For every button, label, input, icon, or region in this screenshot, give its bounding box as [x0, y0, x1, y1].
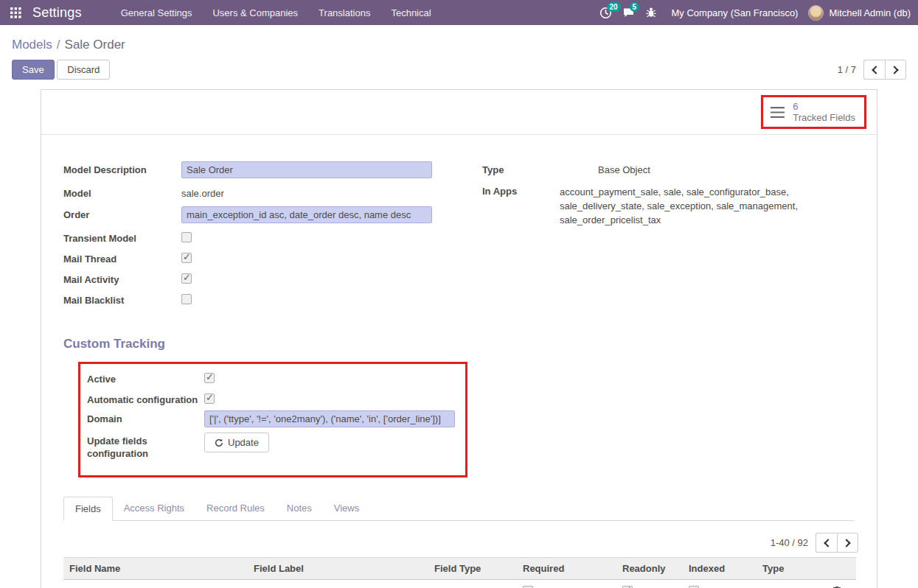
- transient-model-label: Transient Model: [63, 230, 181, 245]
- company-switcher[interactable]: My Company (San Francisco): [672, 7, 799, 18]
- table-header-row: Field Name Field Label Field Type Requir…: [63, 558, 856, 580]
- systray: 20 5 My Company (San Francisco) Mitchell…: [599, 5, 911, 21]
- record-pager-previous-button[interactable]: [863, 60, 885, 80]
- record-pager-value: 1 / 7: [838, 64, 856, 75]
- debug-button[interactable]: [645, 7, 657, 18]
- header-field-label[interactable]: Field Label: [248, 558, 428, 580]
- header-indexed[interactable]: Indexed: [683, 558, 757, 580]
- transient-model-checkbox[interactable]: [181, 232, 192, 242]
- header-field-name[interactable]: Field Name: [63, 558, 248, 580]
- header-required[interactable]: Required: [517, 558, 616, 580]
- activities-button[interactable]: 20: [599, 7, 612, 19]
- form-fields: Model Description Model sale.order Order…: [41, 135, 877, 313]
- user-menu[interactable]: Mitchell Admin (db): [808, 5, 911, 21]
- tracked-fields-button[interactable]: 6 Tracked Fields: [763, 97, 864, 127]
- main-menu: General Settings Users & Companies Trans…: [111, 1, 599, 24]
- tracked-fields-count: 6: [793, 101, 855, 112]
- record-pager-next-button[interactable]: [885, 60, 906, 80]
- model-description-label: Model Description: [63, 161, 181, 176]
- fields-table: Field Name Field Label Field Type Requir…: [63, 557, 856, 588]
- header-field-type[interactable]: Field Type: [428, 558, 517, 580]
- in-apps-value: account_payment_sale, sale, sale_configu…: [560, 183, 855, 227]
- header-actions: [827, 558, 856, 580]
- form-buttons: Save Discard: [12, 60, 110, 80]
- list-pager-next-button[interactable]: [837, 533, 858, 553]
- cell-field-label[interactable]: Last Modified on: [248, 580, 428, 588]
- record-pager: 1 / 7: [838, 60, 906, 80]
- refresh-icon: [215, 438, 223, 447]
- menu-translations[interactable]: Translations: [309, 1, 380, 24]
- type-label: Type: [482, 161, 598, 176]
- control-panel: Save Discard 1 / 7: [0, 57, 918, 80]
- form-right-column: Type Base Object In Apps account_payment…: [465, 161, 855, 313]
- grid-icon: [10, 7, 21, 18]
- messages-button[interactable]: 5: [622, 7, 635, 18]
- update-fields-configuration-label: Update fields configuration: [87, 433, 204, 460]
- activities-count-badge: 20: [607, 2, 621, 12]
- chevron-right-icon: [842, 539, 850, 547]
- header-type[interactable]: Type: [757, 558, 827, 580]
- form-sheet: 6 Tracked Fields Model Description Model…: [41, 89, 877, 588]
- list-icon: [769, 105, 786, 119]
- notebook-tabs: Fields Access Rights Record Rules Notes …: [63, 497, 855, 521]
- model-description-input[interactable]: [181, 161, 432, 178]
- button-box: 6 Tracked Fields: [41, 90, 877, 135]
- mail-blacklist-checkbox[interactable]: [181, 294, 192, 304]
- mail-thread-label: Mail Thread: [63, 251, 181, 265]
- tracked-fields-label: Tracked Fields: [793, 112, 855, 123]
- tab-fields[interactable]: Fields: [63, 497, 113, 521]
- breadcrumb-models-link[interactable]: Models: [12, 38, 52, 52]
- top-navbar: Settings General Settings Users & Compan…: [0, 0, 918, 25]
- active-checkbox[interactable]: [204, 373, 215, 383]
- chevron-left-icon: [872, 66, 880, 74]
- active-label: Active: [87, 371, 204, 385]
- mail-activity-label: Mail Activity: [63, 271, 181, 286]
- mail-blacklist-label: Mail Blacklist: [63, 292, 181, 307]
- custom-tracking-annotation-box: Active Automatic configuration Domain Up…: [78, 362, 467, 477]
- order-input[interactable]: [181, 206, 432, 223]
- cell-field-type[interactable]: datetime: [428, 580, 517, 588]
- breadcrumb-separator: /: [57, 38, 60, 52]
- mail-activity-checkbox[interactable]: [181, 273, 192, 284]
- model-value: sale.order: [181, 185, 224, 200]
- user-avatar: [808, 5, 824, 21]
- mail-thread-checkbox[interactable]: [181, 253, 192, 263]
- chevron-right-icon: [890, 66, 898, 74]
- domain-label: Domain: [87, 410, 204, 425]
- cell-type[interactable]: Base Field: [757, 580, 827, 588]
- menu-users-companies[interactable]: Users & Companies: [203, 1, 307, 24]
- current-app-name[interactable]: Settings: [32, 5, 82, 21]
- bug-icon: [645, 7, 657, 18]
- messages-count-badge: 5: [630, 2, 640, 12]
- automatic-configuration-checkbox[interactable]: [204, 393, 215, 404]
- chevron-left-icon: [824, 539, 832, 547]
- type-value: Base Object: [598, 161, 650, 176]
- table-row[interactable]: __last_update Last Modified on datetime …: [63, 580, 856, 588]
- list-pager: 1-40 / 92: [41, 533, 858, 553]
- list-pager-previous-button[interactable]: [816, 533, 837, 553]
- tab-notes[interactable]: Notes: [276, 497, 323, 521]
- menu-technical[interactable]: Technical: [381, 1, 440, 24]
- form-left-column: Model Description Model sale.order Order…: [63, 161, 465, 313]
- custom-tracking-title: Custom Tracking: [63, 337, 877, 351]
- discard-button[interactable]: Discard: [57, 60, 110, 80]
- tab-views[interactable]: Views: [323, 497, 370, 521]
- domain-input[interactable]: [204, 410, 455, 427]
- apps-menu-icon[interactable]: [6, 3, 25, 22]
- menu-general-settings[interactable]: General Settings: [111, 1, 202, 24]
- order-label: Order: [63, 206, 181, 221]
- update-button[interactable]: Update: [204, 433, 269, 452]
- header-readonly[interactable]: Readonly: [616, 558, 683, 580]
- tab-record-rules[interactable]: Record Rules: [195, 497, 276, 521]
- tracked-fields-annotation-box: 6 Tracked Fields: [761, 95, 866, 129]
- cell-field-name[interactable]: __last_update: [63, 580, 248, 588]
- in-apps-label: In Apps: [482, 183, 560, 197]
- breadcrumb: Models/Sale Order: [0, 25, 918, 57]
- save-button[interactable]: Save: [12, 60, 55, 80]
- list-pager-value: 1-40 / 92: [771, 537, 808, 548]
- user-name: Mitchell Admin (db): [829, 7, 911, 18]
- automatic-configuration-label: Automatic configuration: [87, 391, 204, 406]
- tab-access-rights[interactable]: Access Rights: [113, 497, 195, 521]
- breadcrumb-current: Sale Order: [65, 38, 125, 52]
- model-label: Model: [63, 185, 181, 200]
